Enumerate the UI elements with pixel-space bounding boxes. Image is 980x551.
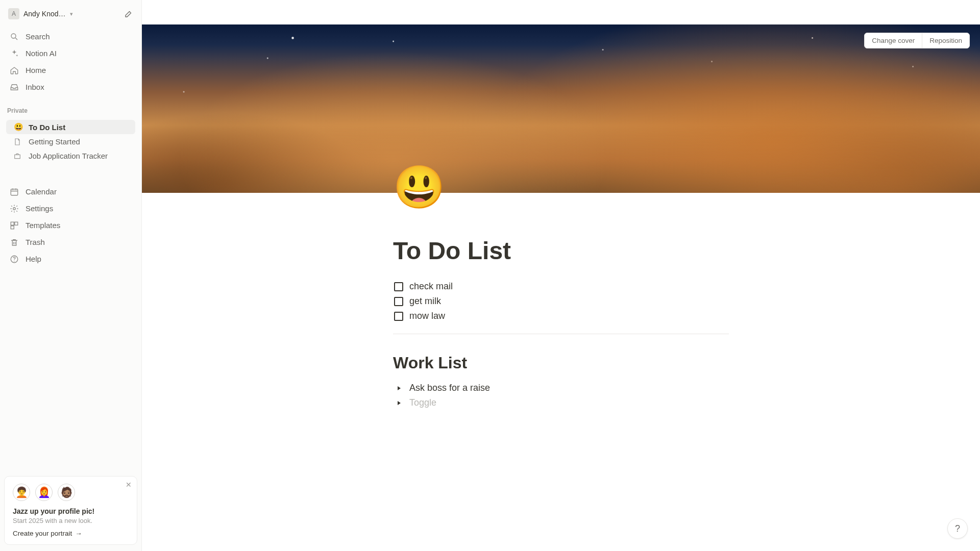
main: Change cover Reposition 😃 To Do List che…	[142, 0, 980, 551]
sidebar-home-label: Home	[26, 65, 46, 76]
sidebar-templates[interactable]: Templates	[4, 217, 137, 233]
change-cover-button[interactable]: Change cover	[865, 33, 922, 48]
promo-avatars: 🧑‍🦱 👩‍🦰 🧔🏽	[13, 484, 129, 501]
document-icon	[13, 138, 23, 146]
workspace-name: Andy Knod…	[23, 10, 66, 18]
sidebar-templates-label: Templates	[26, 220, 60, 231]
workspace-avatar: A	[8, 8, 19, 19]
promo-cta[interactable]: Create your portrait→	[13, 530, 129, 537]
sidebar-page-todo[interactable]: 😃 To Do List	[6, 120, 135, 134]
svg-rect-1	[11, 189, 18, 195]
sidebar-calendar-label: Calendar	[26, 186, 57, 197]
avatar-icon: 🧔🏽	[58, 484, 75, 501]
sidebar-top: A Andy Knod… ▾	[0, 0, 141, 26]
sidebar-trash[interactable]: Trash	[4, 234, 137, 250]
calendar-icon	[9, 187, 19, 196]
promo-card: ✕ 🧑‍🦱 👩‍🦰 🧔🏽 Jazz up your profile pic! S…	[4, 476, 137, 545]
emoji-icon: 😃	[13, 122, 23, 132]
sidebar-pages: 😃 To Do List Getting Started Job Applica…	[0, 117, 141, 165]
sidebar-help[interactable]: Help	[4, 251, 137, 267]
sidebar-settings[interactable]: Settings	[4, 201, 137, 216]
gear-icon	[9, 204, 19, 213]
sidebar-page-label: Getting Started	[29, 137, 80, 146]
compose-icon	[124, 9, 133, 18]
sidebar-trash-label: Trash	[26, 237, 45, 247]
todo-text[interactable]: check mail	[409, 281, 453, 292]
sidebar-private-heading: Private	[0, 98, 141, 117]
sidebar-settings-label: Settings	[26, 203, 53, 214]
svg-point-7	[14, 261, 15, 262]
sidebar-page-getting-started[interactable]: Getting Started	[6, 135, 135, 148]
todo-item[interactable]: check mail	[393, 279, 729, 294]
sidebar-search-label: Search	[26, 31, 50, 42]
promo-title: Jazz up your profile pic!	[13, 507, 129, 515]
svg-rect-4	[15, 222, 18, 225]
sidebar-ai-label: Notion AI	[26, 48, 57, 59]
todo-text[interactable]: get milk	[409, 296, 441, 307]
page-content: 😃 To Do List check mail get milk mow law…	[344, 193, 778, 410]
inbox-icon	[9, 83, 19, 92]
checkbox[interactable]	[394, 282, 403, 291]
sidebar-help-label: Help	[26, 254, 41, 264]
checkbox[interactable]	[394, 297, 403, 306]
toggle-caret-icon[interactable]	[394, 383, 404, 393]
sidebar: A Andy Knod… ▾ Search Notion AI Home Inb…	[0, 0, 142, 551]
svg-point-2	[13, 207, 16, 210]
close-icon[interactable]: ✕	[126, 481, 132, 489]
toggle-item[interactable]: Toggle	[393, 395, 729, 410]
promo-cta-label: Create your portrait	[13, 530, 72, 537]
help-icon	[9, 255, 19, 264]
sidebar-ai[interactable]: Notion AI	[4, 45, 137, 61]
search-icon	[9, 32, 19, 41]
reposition-cover-button[interactable]: Reposition	[922, 33, 969, 48]
sidebar-calendar[interactable]: Calendar	[4, 184, 137, 199]
sidebar-home[interactable]: Home	[4, 62, 137, 78]
svg-rect-3	[11, 222, 14, 225]
sidebar-search[interactable]: Search	[4, 29, 137, 44]
section-heading[interactable]: Work List	[393, 354, 729, 372]
arrow-right-icon: →	[75, 530, 82, 537]
sidebar-page-label: To Do List	[29, 123, 65, 132]
sidebar-inbox-label: Inbox	[26, 82, 44, 92]
promo-subtitle: Start 2025 with a new look.	[13, 517, 129, 524]
page-icon-emoji[interactable]: 😃	[393, 166, 445, 208]
todo-item[interactable]: mow law	[393, 309, 729, 323]
checkbox[interactable]	[394, 312, 403, 321]
trash-icon	[9, 238, 19, 247]
sidebar-inbox[interactable]: Inbox	[4, 79, 137, 95]
avatar-icon: 👩‍🦰	[35, 484, 53, 501]
home-icon	[9, 66, 19, 75]
templates-icon	[9, 221, 19, 230]
cover-actions: Change cover Reposition	[864, 33, 970, 48]
toggle-caret-icon[interactable]	[394, 398, 404, 408]
sidebar-page-job-tracker[interactable]: Job Application Tracker	[6, 149, 135, 163]
sparkle-icon	[9, 49, 19, 58]
workspace-switcher[interactable]: A Andy Knod… ▾	[5, 6, 121, 21]
todo-item[interactable]: get milk	[393, 294, 729, 309]
new-page-button[interactable]	[121, 6, 136, 21]
avatar-icon: 🧑‍🦱	[13, 484, 30, 501]
toggle-placeholder[interactable]: Toggle	[409, 397, 436, 408]
help-fab[interactable]: ?	[947, 518, 968, 539]
svg-rect-5	[11, 226, 14, 229]
toggle-item[interactable]: Ask boss for a raise	[393, 381, 729, 395]
toggle-text[interactable]: Ask boss for a raise	[409, 383, 490, 393]
divider	[393, 334, 729, 334]
topbar	[142, 0, 980, 24]
chevron-down-icon: ▾	[70, 11, 73, 17]
sidebar-page-label: Job Application Tracker	[29, 152, 108, 160]
cover-image[interactable]: Change cover Reposition	[142, 24, 980, 193]
briefcase-icon	[13, 152, 23, 160]
svg-point-0	[11, 34, 16, 38]
todo-text[interactable]: mow law	[409, 311, 445, 321]
